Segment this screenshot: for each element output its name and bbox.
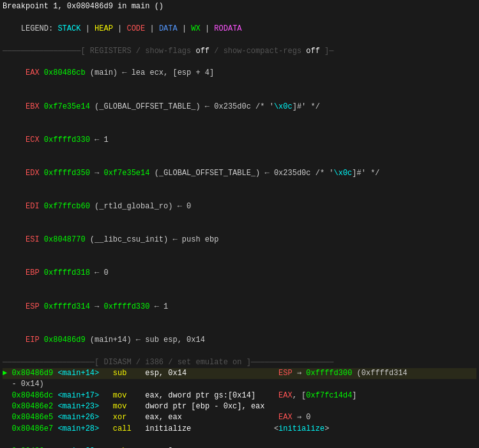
disasm-row-5: 0x80486ec <main+33> sub esp, 0xc — [3, 446, 476, 448]
disasm-divider: ────────────────────[ DISASM / i386 / se… — [3, 357, 476, 368]
reg-esi: ESI 0x8048770 (__libc_csu_init) ← push e… — [3, 224, 476, 257]
reg-edx: EDX 0xffffd350 → 0xf7e35e14 (_GLOBAL_OFF… — [3, 157, 476, 190]
reg-ecx: ECX 0xffffd330 ← 1 — [3, 123, 476, 157]
disasm-row-3: 0x80486e5 <main+26> xor eax, eax EAX ⇒ 0 — [3, 412, 476, 423]
reg-eax: EAX 0x80486cb (main) ← lea ecx, [esp + 4… — [3, 57, 476, 90]
registers-divider: ─────────────────[ REGISTERS / show-flag… — [3, 46, 476, 57]
disasm-row-1: 0x80486dc <main+17> mov eax, dword ptr g… — [3, 390, 476, 401]
disasm-row-4: 0x80486e7 <main+28> call initialize <ini… — [3, 424, 476, 435]
legend-line: LEGEND: STACK | HEAP | CODE | DATA | WX … — [3, 12, 476, 45]
reg-edi: EDI 0xf7ffcb60 (_rtld_global_ro) ← 0 — [3, 190, 476, 224]
disasm-current: ► 0x80486d9 <main+14> sub esp, 0x14 ESP … — [3, 368, 476, 379]
reg-ebx: EBX 0xf7e35e14 (_GLOBAL_OFFSET_TABLE_) ←… — [3, 90, 476, 123]
disasm-current-cont: - 0x14) — [3, 379, 476, 390]
reg-esp: ESP 0xffffd314 → 0xffffd330 ← 1 — [3, 290, 476, 323]
disasm-row-2: 0x80486e2 <main+23> mov dword ptr [ebp -… — [3, 401, 476, 412]
breakpoint-line: Breakpoint 1, 0x080486d9 in main () — [3, 1, 476, 12]
terminal: Breakpoint 1, 0x080486d9 in main () LEGE… — [0, 0, 479, 448]
reg-eip: EIP 0x80486d9 (main+14) ← sub esp, 0x14 — [3, 323, 476, 357]
disasm-blank-1 — [3, 435, 476, 445]
reg-ebp: EBP 0xffffd318 ← 0 — [3, 257, 476, 290]
